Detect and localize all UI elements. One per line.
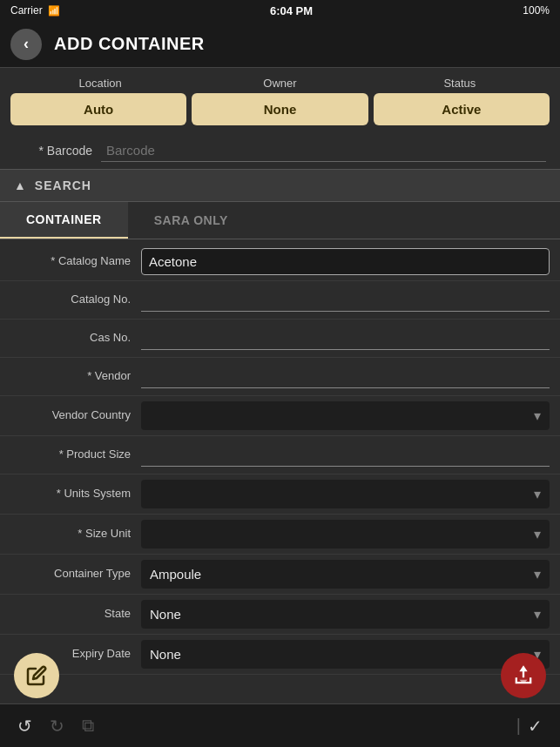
check-button[interactable]: ✓ xyxy=(528,716,543,737)
select-expiry-date[interactable]: None xyxy=(141,640,550,669)
redo-button[interactable]: ↻ xyxy=(50,716,64,737)
dropdown-wrapper-units-system: SIImperialUS Customary▾ xyxy=(141,480,550,508)
form-row-expiry-date: Expiry DateNone▾ xyxy=(0,635,560,675)
search-chevron-icon: ▲ xyxy=(14,178,26,192)
select-state[interactable]: NoneSolidLiquidGas xyxy=(141,600,550,629)
barcode-label: * Barcode xyxy=(14,144,101,158)
label-catalog-name: * Catalog Name xyxy=(10,254,141,269)
label-vendor: * Vendor xyxy=(10,369,141,384)
status-bar-time: 6:04 PM xyxy=(270,4,313,17)
select-container-type[interactable]: AmpouleBottleVialCylinderCanBag xyxy=(141,560,550,589)
owner-label: Owner xyxy=(190,77,369,90)
status-bar-battery: 100% xyxy=(523,4,550,17)
input-product-size[interactable] xyxy=(141,444,550,467)
dropdown-wrapper-expiry-date: None▾ xyxy=(141,640,550,669)
carrier-label: Carrier xyxy=(10,4,43,17)
form-row-catalog-no: Catalog No. xyxy=(0,281,560,320)
label-product-size: * Product Size xyxy=(10,448,141,462)
form-row-size-unit: * Size UnitmLLgkgozlb▾ xyxy=(0,515,560,555)
dropdown-wrapper-size-unit: mLLgkgozlb▾ xyxy=(141,520,550,548)
input-cas-no[interactable] xyxy=(141,327,550,350)
status-button[interactable]: Active xyxy=(374,93,550,125)
dropdown-wrapper-vendor-country: United StatesCanadaGermanyChinaJapan▾ xyxy=(141,401,550,430)
divider: | xyxy=(516,716,521,736)
label-container-type: Container Type xyxy=(10,567,141,582)
form-section: * Catalog NameCatalog No.Cas No.* Vendor… xyxy=(0,239,560,699)
tab-labels: Location Owner Status xyxy=(10,77,550,90)
fab-edit-button[interactable] xyxy=(14,653,59,698)
bottom-bar: ↺ ↻ ⧉ | ✓ xyxy=(0,703,560,747)
owner-button[interactable]: None xyxy=(192,93,368,125)
back-button[interactable]: ‹ xyxy=(10,29,42,60)
select-units-system[interactable]: SIImperialUS Customary xyxy=(141,480,550,508)
form-row-vendor: * Vendor xyxy=(0,358,560,396)
bottom-bar-left: ↺ ↻ ⧉ xyxy=(17,716,94,737)
fab-action-button[interactable] xyxy=(501,653,546,698)
label-state: State xyxy=(10,607,141,622)
sub-tabs: CONTAINER SARA ONLY xyxy=(0,202,560,239)
status-label: Status xyxy=(370,77,550,90)
bottom-bar-right: | ✓ xyxy=(516,716,543,737)
select-vendor-country[interactable]: United StatesCanadaGermanyChinaJapan xyxy=(141,401,550,430)
pencil-icon xyxy=(26,665,47,686)
tab-container[interactable]: CONTAINER xyxy=(0,202,128,239)
form-row-units-system: * Units SystemSIImperialUS Customary▾ xyxy=(0,474,560,515)
form-row-vendor-country: Vendor CountryUnited StatesCanadaGermany… xyxy=(0,396,560,436)
barcode-input[interactable] xyxy=(101,139,546,162)
label-vendor-country: Vendor Country xyxy=(10,408,141,423)
nav-bar: ‹ ADD CONTAINER xyxy=(0,21,560,68)
form-row-cas-no: Cas No. xyxy=(0,320,560,358)
barcode-row: * Barcode xyxy=(0,132,560,169)
search-header[interactable]: ▲ SEARCH xyxy=(0,169,560,202)
status-bar-left: Carrier 📶 xyxy=(10,4,60,17)
form-row-catalog-name: * Catalog Name xyxy=(0,243,560,281)
label-size-unit: * Size Unit xyxy=(10,527,141,542)
input-vendor[interactable] xyxy=(141,366,550,388)
location-label: Location xyxy=(10,77,190,90)
wifi-icon: 📶 xyxy=(48,5,60,17)
label-cas-no: Cas No. xyxy=(10,331,141,346)
back-icon: ‹ xyxy=(24,35,29,53)
label-catalog-no: Catalog No. xyxy=(10,293,141,307)
form-row-state: StateNoneSolidLiquidGas▾ xyxy=(0,595,560,635)
top-tab-row: Location Owner Status Auto None Active xyxy=(0,68,560,132)
location-button[interactable]: Auto xyxy=(10,93,186,125)
dropdown-wrapper-state: NoneSolidLiquidGas▾ xyxy=(141,600,550,629)
form-row-product-size: * Product Size xyxy=(0,436,560,474)
page-title: ADD CONTAINER xyxy=(54,34,205,54)
tab-sara-only[interactable]: SARA ONLY xyxy=(128,202,254,239)
form-row-container-type: Container TypeAmpouleBottleVialCylinderC… xyxy=(0,555,560,595)
status-bar: Carrier 📶 6:04 PM 100% xyxy=(0,0,560,21)
tab-buttons: Auto None Active xyxy=(10,93,550,125)
dropdown-wrapper-container-type: AmpouleBottleVialCylinderCanBag▾ xyxy=(141,560,550,589)
input-catalog-name[interactable] xyxy=(141,248,550,275)
action-icon xyxy=(511,663,536,688)
search-label: SEARCH xyxy=(35,178,91,192)
copy-button[interactable]: ⧉ xyxy=(82,716,94,737)
undo-button[interactable]: ↺ xyxy=(17,716,32,737)
select-size-unit[interactable]: mLLgkgozlb xyxy=(141,520,550,548)
input-catalog-no[interactable] xyxy=(141,289,550,312)
label-units-system: * Units System xyxy=(10,487,141,501)
